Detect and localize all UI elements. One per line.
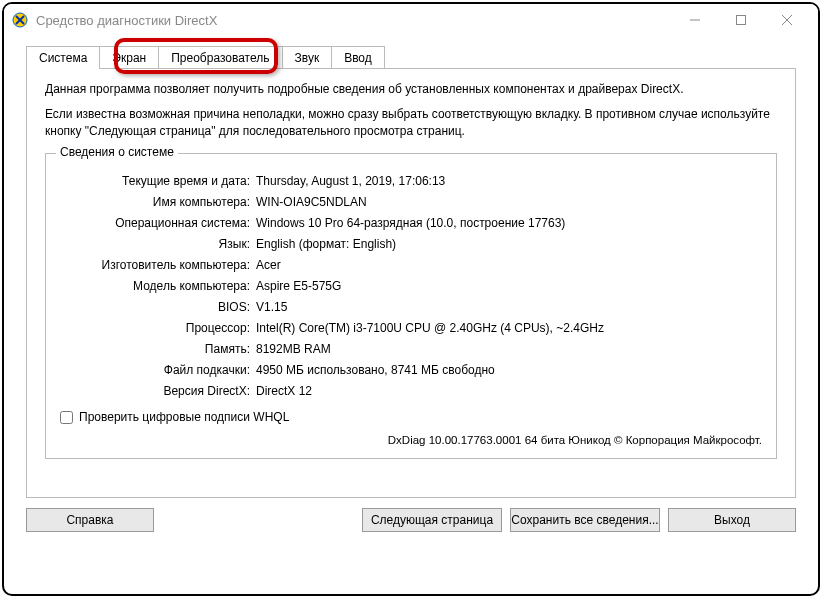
label-datetime: Текущие время и дата: [60, 172, 250, 190]
label-memory: Память: [60, 340, 250, 358]
value-computer-name: WIN-OIA9C5NDLAN [256, 193, 762, 211]
maximize-button[interactable] [718, 5, 764, 35]
intro-text: Данная программа позволяет получить подр… [45, 81, 777, 139]
system-info-group: Сведения о системе Текущие время и дата:… [45, 153, 777, 459]
value-directx: DirectX 12 [256, 382, 762, 400]
value-os: Windows 10 Pro 64-разрядная (10.0, постр… [256, 214, 762, 232]
footer-info: DxDiag 10.00.17763.0001 64 бита Юникод ©… [60, 434, 762, 446]
value-processor: Intel(R) Core(TM) i3-7100U CPU @ 2.40GHz… [256, 319, 762, 337]
row-datetime: Текущие время и дата: Thursday, August 1… [60, 172, 762, 190]
row-manufacturer: Изготовитель компьютера: Acer [60, 256, 762, 274]
minimize-button[interactable] [672, 5, 718, 35]
tab-sound[interactable]: Звук [282, 46, 333, 68]
row-computer-name: Имя компьютера: WIN-OIA9C5NDLAN [60, 193, 762, 211]
intro-p2: Если известна возможная причина неполадк… [45, 106, 777, 140]
row-pagefile: Файл подкачки: 4950 МБ использовано, 874… [60, 361, 762, 379]
spacer [162, 508, 354, 532]
whql-checkbox[interactable] [60, 411, 73, 424]
titlebar: Средство диагностики DirectX [4, 4, 818, 36]
intro-p1: Данная программа позволяет получить подр… [45, 81, 777, 98]
label-directx: Версия DirectX: [60, 382, 250, 400]
row-language: Язык: English (формат: English) [60, 235, 762, 253]
help-button[interactable]: Справка [26, 508, 154, 532]
tab-display[interactable]: Экран [99, 46, 159, 68]
label-processor: Процессор: [60, 319, 250, 337]
label-language: Язык: [60, 235, 250, 253]
row-directx: Версия DirectX: DirectX 12 [60, 382, 762, 400]
value-model: Aspire E5-575G [256, 277, 762, 295]
app-icon [12, 12, 28, 28]
label-bios: BIOS: [60, 298, 250, 316]
svg-rect-4 [737, 16, 746, 25]
next-page-button[interactable]: Следующая страница [362, 508, 502, 532]
label-pagefile: Файл подкачки: [60, 361, 250, 379]
tab-system[interactable]: Система [26, 46, 100, 69]
tabs: Система Экран Преобразователь Звук Ввод [26, 46, 796, 68]
window-title: Средство диагностики DirectX [36, 13, 672, 28]
value-bios: V1.15 [256, 298, 762, 316]
tab-panel: Данная программа позволяет получить подр… [26, 68, 796, 498]
save-all-button[interactable]: Сохранить все сведения... [510, 508, 660, 532]
whql-label: Проверить цифровые подписи WHQL [79, 410, 289, 424]
row-processor: Процессор: Intel(R) Core(TM) i3-7100U CP… [60, 319, 762, 337]
row-bios: BIOS: V1.15 [60, 298, 762, 316]
value-pagefile: 4950 МБ использовано, 8741 МБ свободно [256, 361, 762, 379]
window-frame: Средство диагностики DirectX Система Экр… [2, 2, 820, 596]
tab-input[interactable]: Ввод [331, 46, 385, 68]
label-manufacturer: Изготовитель компьютера: [60, 256, 250, 274]
label-computer-name: Имя компьютера: [60, 193, 250, 211]
close-button[interactable] [764, 5, 810, 35]
exit-button[interactable]: Выход [668, 508, 796, 532]
button-row: Справка Следующая страница Сохранить все… [26, 508, 796, 532]
value-manufacturer: Acer [256, 256, 762, 274]
tab-render[interactable]: Преобразователь [158, 46, 282, 68]
value-memory: 8192MB RAM [256, 340, 762, 358]
value-language: English (формат: English) [256, 235, 762, 253]
value-datetime: Thursday, August 1, 2019, 17:06:13 [256, 172, 762, 190]
window-controls [672, 5, 810, 35]
row-os: Операционная система: Windows 10 Pro 64-… [60, 214, 762, 232]
row-model: Модель компьютера: Aspire E5-575G [60, 277, 762, 295]
label-model: Модель компьютера: [60, 277, 250, 295]
group-title: Сведения о системе [56, 145, 178, 159]
content-area: Система Экран Преобразователь Звук Ввод … [4, 36, 818, 546]
label-os: Операционная система: [60, 214, 250, 232]
whql-checkbox-row: Проверить цифровые подписи WHQL [60, 410, 762, 424]
row-memory: Память: 8192MB RAM [60, 340, 762, 358]
